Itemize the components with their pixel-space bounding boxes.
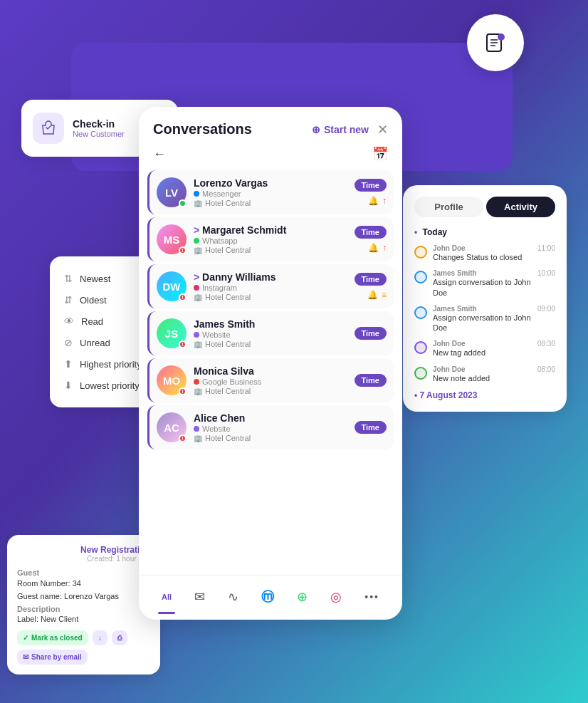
activity-user-1: John Doe bbox=[433, 244, 532, 252]
conv-item-6[interactable]: AC ! Alice Chen Website 🏢 Hotel Central … bbox=[147, 405, 394, 449]
activity-panel: Profile Activity • Today John Doe Change… bbox=[403, 185, 567, 412]
print-icon: ⎙ bbox=[117, 634, 122, 642]
tab-all[interactable]: All bbox=[156, 590, 177, 604]
conv-item-3[interactable]: DW ! > Danny Williams Instagram 🏢 Hotel … bbox=[147, 264, 394, 308]
conv-right-2: Time 🔔 ↑ bbox=[355, 226, 387, 253]
conv-name-6: Alice Chen bbox=[194, 412, 347, 424]
filter-read[interactable]: 👁 Read bbox=[64, 311, 149, 332]
conv-item-1[interactable]: LV Lorenzo Vargas Messenger 🏢 Hotel Cent… bbox=[147, 170, 394, 214]
newest-icon: ⇅ bbox=[64, 273, 73, 284]
avatar-wrap-2: MS ! bbox=[157, 224, 187, 254]
activity-desc-3: Assign conversation to John Doe bbox=[433, 313, 532, 333]
guest-name-label: Guest name: bbox=[17, 592, 62, 600]
conv-channel-2: Whatsapp bbox=[194, 236, 347, 245]
channel-label-1: Messenger bbox=[202, 189, 241, 198]
check-icon: ✓ bbox=[23, 634, 28, 642]
conversations-panel: Conversations ⊕ Start new ✕ ← 📅 LV Loren… bbox=[139, 107, 402, 620]
conv-item-2[interactable]: MS ! > Margaret Schmidt Whatsapp 🏢 Hotel… bbox=[147, 217, 394, 261]
back-button[interactable]: ← bbox=[153, 147, 166, 162]
download-button[interactable]: ↓ bbox=[93, 630, 107, 645]
building-icon-6: 🏢 bbox=[194, 434, 202, 442]
reg-guest-label: Guest bbox=[17, 568, 150, 577]
calendar-button[interactable]: 📅 bbox=[372, 146, 388, 162]
time-badge-2: Time bbox=[355, 226, 387, 239]
tab-instagram[interactable]: ◎ bbox=[325, 586, 347, 608]
start-new-button[interactable]: ⊕ Start new bbox=[312, 124, 369, 135]
activity-item-1: John Doe Changes Status to closed 11:00 bbox=[414, 244, 555, 262]
checkin-icon bbox=[33, 113, 64, 144]
mark-closed-button[interactable]: ✓ Mark as closed bbox=[17, 630, 88, 645]
tab-messenger[interactable]: ⓜ bbox=[256, 585, 280, 608]
guest-name-value: Lorenzo Vargas bbox=[64, 592, 119, 600]
notif-dot-6: ! bbox=[179, 434, 187, 442]
conv-right-4: Time bbox=[355, 327, 387, 340]
profile-tab[interactable]: Profile bbox=[414, 197, 483, 217]
conv-item-4[interactable]: JS ! James Smith Website 🏢 Hotel Central… bbox=[147, 311, 394, 355]
plus-icon: ⊕ bbox=[312, 124, 320, 135]
registration-card: New Registration Created: 1 hour ago Gue… bbox=[7, 535, 160, 675]
activity-tab[interactable]: Activity bbox=[486, 197, 555, 217]
conv-channel-1: Messenger bbox=[194, 189, 347, 198]
location-label-3: Hotel Central bbox=[205, 293, 251, 301]
tab-more[interactable]: ••• bbox=[359, 588, 385, 605]
conv-right-6: Time bbox=[355, 421, 387, 434]
building-icon-1: 🏢 bbox=[194, 199, 202, 207]
mark-closed-label: Mark as closed bbox=[31, 634, 83, 642]
activity-desc-4: New tag added bbox=[433, 348, 532, 358]
filter-unread[interactable]: ⊘ Unread bbox=[64, 332, 149, 353]
activity-user-2: James Smith bbox=[433, 269, 532, 277]
room-value: 34 bbox=[73, 579, 81, 588]
bell-icon-3: 🔔 bbox=[367, 290, 378, 300]
channel-label-2: Whatsapp bbox=[202, 236, 238, 245]
nav-row: ← 📅 bbox=[139, 137, 402, 170]
tab-whatsapp[interactable]: ⊕ bbox=[291, 586, 313, 608]
online-dot-1 bbox=[179, 199, 187, 207]
filter-newest[interactable]: ⇅ Newest bbox=[64, 268, 149, 289]
activity-desc-5: New note added bbox=[433, 373, 532, 383]
conv-info-4: James Smith Website 🏢 Hotel Central bbox=[194, 318, 347, 348]
conv-location-3: 🏢 Hotel Central bbox=[194, 293, 347, 301]
building-icon-3: 🏢 bbox=[194, 293, 202, 301]
conv-info-2: > Margaret Schmidt Whatsapp 🏢 Hotel Cent… bbox=[194, 224, 347, 254]
location-label-4: Hotel Central bbox=[205, 340, 251, 348]
room-label: Room Number: bbox=[17, 579, 70, 588]
building-icon-5: 🏢 bbox=[194, 387, 202, 395]
email-share-icon: ✉ bbox=[23, 653, 28, 661]
notification-icon-wrap[interactable] bbox=[467, 14, 524, 71]
activity-user-5: John Doe bbox=[433, 365, 532, 373]
conv-info-3: > Danny Williams Instagram 🏢 Hotel Centr… bbox=[194, 271, 347, 301]
activity-text-2: James Smith Assign conversation to John … bbox=[433, 269, 532, 298]
avatar-wrap-3: DW ! bbox=[157, 271, 187, 301]
tab-email[interactable]: ✉ bbox=[189, 586, 211, 608]
more-icon: ••• bbox=[364, 591, 379, 603]
channel-label-6: Website bbox=[202, 425, 231, 433]
reg-guest-name: Guest name: Lorenzo Vargas bbox=[17, 592, 150, 600]
filter-oldest-label: Oldest bbox=[80, 295, 107, 306]
building-icon-2: 🏢 bbox=[194, 246, 202, 254]
share-email-button[interactable]: ✉ Share by email bbox=[17, 650, 88, 665]
checkin-info: Check-in New Customer bbox=[73, 118, 125, 138]
print-button[interactable]: ⎙ bbox=[112, 630, 127, 645]
close-panel-button[interactable]: ✕ bbox=[377, 122, 388, 137]
filter-lowest[interactable]: ⬇ Lowest priority bbox=[64, 375, 149, 396]
filter-highest-label: Highest priority bbox=[80, 359, 142, 370]
filter-highest[interactable]: ⬆ Highest priority bbox=[64, 353, 149, 375]
reg-title: New Registration bbox=[17, 545, 150, 555]
filter-newest-label: Newest bbox=[80, 274, 110, 284]
time-badge-4: Time bbox=[355, 327, 387, 340]
avatar-wrap-1: LV bbox=[157, 177, 187, 207]
notif-dot-5: ! bbox=[179, 387, 187, 395]
bullet-icon: • bbox=[414, 227, 417, 237]
today-text: Today bbox=[423, 227, 447, 237]
activity-item-4: John Doe New tag added 08:30 bbox=[414, 340, 555, 358]
conv-icons-2: 🔔 ↑ bbox=[368, 243, 387, 253]
activity-time-3: 09:00 bbox=[537, 305, 555, 313]
time-badge-6: Time bbox=[355, 421, 387, 434]
notif-dot-2: ! bbox=[179, 246, 187, 254]
reg-room-number: Room Number: 34 bbox=[17, 579, 150, 588]
tab-website[interactable]: ∿ bbox=[222, 586, 244, 608]
panel-actions: ⊕ Start new ✕ bbox=[312, 122, 388, 137]
conv-location-6: 🏢 Hotel Central bbox=[194, 434, 347, 442]
filter-oldest[interactable]: ⇵ Oldest bbox=[64, 289, 149, 311]
conv-item-5[interactable]: MO ! Monica Silva Google Business 🏢 Hote… bbox=[147, 358, 394, 402]
